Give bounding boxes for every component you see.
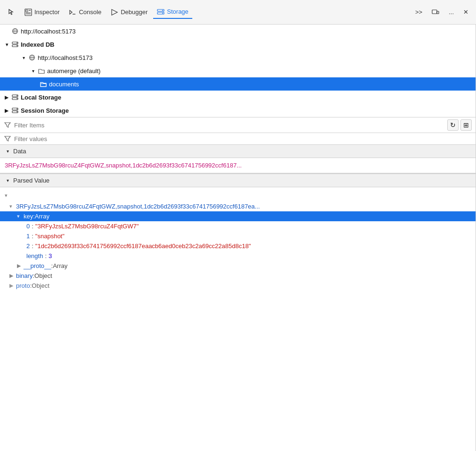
- sidebar-item-session-storage[interactable]: ▶ Session Storage: [0, 104, 476, 117]
- local-storage-chevron: ▶: [4, 94, 9, 100]
- parsed-length-row[interactable]: length:3: [0, 251, 476, 261]
- root-key-chevron: ▾: [9, 203, 14, 209]
- binary-chevron: ▶: [9, 273, 14, 279]
- svg-marker-7: [112, 9, 117, 15]
- length-colon: :: [45, 252, 47, 259]
- devtools-toolbar: Inspector Console Debugger: [0, 0, 476, 25]
- filter-items-bar: ↻ ⊞: [0, 117, 476, 133]
- storage-label: Storage: [167, 8, 189, 15]
- storage-button[interactable]: Storage: [153, 6, 192, 19]
- sidebar-item-localhost-top[interactable]: http://localhost:5173: [0, 25, 476, 38]
- sidebar-item-documents[interactable]: documents: [0, 77, 476, 91]
- proto-array-prop: __proto__:Array: [24, 262, 67, 269]
- parsed-proto-array-row[interactable]: ▶ __proto__:Array: [0, 261, 476, 271]
- svg-marker-32: [5, 123, 10, 127]
- filter-items-input[interactable]: [14, 122, 444, 129]
- parsed-tree-root-expand[interactable]: ▾: [0, 189, 476, 201]
- svg-rect-13: [437, 11, 439, 14]
- svg-point-19: [16, 42, 17, 43]
- data-section: ▾ Data 3RFyJzsLsZ7MsbG98rcuZ4FqtGWZ,snap…: [0, 145, 476, 174]
- parsed-header-label: Parsed Value: [13, 177, 49, 184]
- inspector-button[interactable]: Inspector: [21, 6, 63, 18]
- filter-values-input[interactable]: [14, 135, 472, 142]
- root-expand-chevron: ▾: [5, 192, 9, 199]
- data-key-value: 3RFyJzsLsZ7MsbG98rcuZ4FqtGWZ,snapshot,1d…: [5, 162, 242, 169]
- pick-button[interactable]: [4, 6, 19, 18]
- parsed-section-header: ▾ Parsed Value: [0, 174, 476, 187]
- session-storage-chevron: ▶: [4, 108, 9, 113]
- binary-prop: binary:Object: [16, 272, 52, 279]
- sidebar-item-indexed-db[interactable]: ▾ Indexed DB: [0, 38, 476, 51]
- key-array-prop: key:Array: [24, 213, 49, 220]
- reload-button[interactable]: ↻: [447, 119, 459, 131]
- parsed-tree: ▾ ▾ 3RFyJzsLsZ7MsbG98rcuZ4FqtGWZ,snapsho…: [0, 187, 476, 292]
- documents-label: documents: [49, 81, 79, 88]
- more-button[interactable]: ...: [445, 6, 458, 18]
- length-value: 3: [49, 252, 52, 259]
- item-2-value: "1dc2b6d2693f33c6741756992ccf6187eaacb6a…: [35, 242, 251, 250]
- svg-marker-5: [70, 10, 72, 14]
- inspector-label: Inspector: [34, 8, 59, 16]
- more-label: ...: [449, 8, 454, 16]
- data-section-header: ▾ Data: [0, 145, 476, 158]
- svg-marker-33: [5, 136, 10, 141]
- inspector-icon: [25, 8, 32, 16]
- item-1-index: 1: [26, 233, 30, 240]
- proto-array-chevron: ▶: [17, 263, 22, 269]
- item-1-value: "snapshot": [35, 233, 65, 240]
- sidebar-item-automerge[interactable]: ▾ automerge (default): [0, 64, 476, 77]
- console-label: Console: [79, 8, 101, 16]
- local-storage-label: Local Storage: [21, 94, 61, 101]
- indexed-db-label: Indexed DB: [21, 41, 55, 48]
- svg-point-20: [16, 45, 17, 46]
- localhost-top-label: http://localhost:5173: [21, 28, 75, 35]
- console-button[interactable]: Console: [65, 6, 105, 18]
- debugger-icon: [111, 8, 118, 16]
- item-0-index: 0: [26, 223, 30, 230]
- local-storage-icon: [11, 93, 19, 101]
- parsed-tree-root-key[interactable]: ▾ 3RFyJzsLsZ7MsbG98rcuZ4FqtGWZ,snapshot,…: [0, 201, 476, 211]
- session-storage-icon: [11, 107, 19, 114]
- responsive-button[interactable]: [428, 6, 443, 18]
- debugger-button[interactable]: Debugger: [107, 6, 151, 18]
- binary-label: binary: [16, 272, 33, 279]
- globe-icon-2: [28, 54, 36, 61]
- filter-values-bar: [0, 133, 476, 145]
- svg-point-26: [16, 95, 17, 96]
- parsed-root-label: 3RFyJzsLsZ7MsbG98rcuZ4FqtGWZ,snapshot,1d…: [16, 203, 260, 210]
- proto-array-type: Array: [53, 262, 67, 269]
- indexed-db-icon: [11, 41, 19, 48]
- svg-rect-1: [26, 10, 28, 12]
- parsed-key-array-row[interactable]: ▾ key:Array: [0, 211, 476, 221]
- folder-icon: [38, 67, 45, 75]
- parsed-item-1[interactable]: 1:"snapshot": [0, 231, 476, 241]
- localhost-db-label: http://localhost:5173: [38, 54, 92, 61]
- parsed-proto2-row[interactable]: ▶ proto:Object: [0, 281, 476, 291]
- filter-toggle-button[interactable]: ⊞: [460, 119, 472, 131]
- data-header-label: Data: [13, 148, 26, 155]
- svg-point-11: [162, 13, 163, 14]
- sidebar-item-localhost-db[interactable]: ▾ http://localhost:5173: [0, 51, 476, 64]
- length-prop: length: [26, 252, 43, 259]
- automerge-label: automerge (default): [47, 67, 100, 75]
- item-2-index: 2: [26, 242, 30, 250]
- item-0-value: "3RFyJzsLsZ7MsbG98rcuZ4FqtGW7": [35, 223, 139, 230]
- proto2-type: Object: [32, 282, 49, 289]
- proto2-chevron: ▶: [9, 283, 14, 289]
- proto2-label: proto: [16, 282, 30, 289]
- session-storage-label: Session Storage: [21, 107, 69, 114]
- close-button[interactable]: ✕: [460, 6, 472, 18]
- svg-point-30: [16, 109, 17, 109]
- console-icon: [69, 8, 76, 16]
- filter-values-icon: [4, 135, 11, 142]
- sidebar-item-local-storage[interactable]: ▶ Local Storage: [0, 91, 476, 104]
- parsed-item-2[interactable]: 2:"1dc2b6d2693f33c6741756992ccf6187eaacb…: [0, 241, 476, 251]
- binary-type: Object: [34, 272, 52, 279]
- proto-label: __proto__: [24, 262, 51, 269]
- parsed-item-0[interactable]: 0:"3RFyJzsLsZ7MsbG98rcuZ4FqtGW7": [0, 221, 476, 231]
- overflow-button[interactable]: >>: [411, 6, 426, 18]
- parsed-binary-row[interactable]: ▶ binary:Object: [0, 271, 476, 281]
- item-0-colon: :: [32, 223, 33, 230]
- data-key-row[interactable]: 3RFyJzsLsZ7MsbG98rcuZ4FqtGWZ,snapshot,1d…: [0, 158, 476, 173]
- key-label: key: [24, 213, 33, 220]
